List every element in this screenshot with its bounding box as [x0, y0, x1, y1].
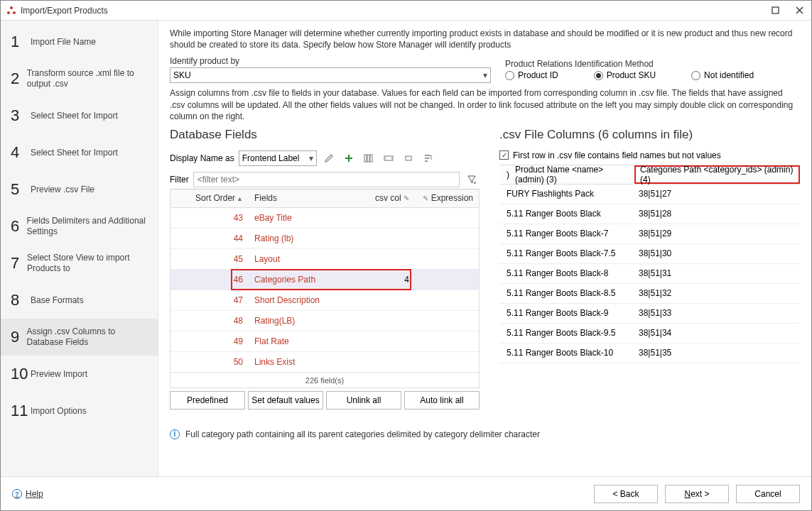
display-name-select[interactable]: Frontend Label ▾ [239, 150, 317, 166]
csv-data-row[interactable]: 5.11 Ranger Boots Black-8.538|51|32 [499, 284, 800, 304]
main-area: 1Import File Name2Transform source .xml … [1, 21, 811, 478]
svg-rect-4 [364, 155, 367, 162]
csv-data-row[interactable]: 5.11 Ranger Boots Black-1038|51|35 [499, 344, 800, 363]
csv-columns-title: .csv File Columns (6 columns in file) [499, 128, 800, 142]
add-icon[interactable] [341, 150, 357, 166]
wizard-step-5[interactable]: 5Preview .csv File [1, 171, 158, 208]
display-name-label: Display Name as [170, 153, 234, 163]
csv-cell-product-name: 5.11 Ranger Boots Black-10 [499, 348, 634, 358]
first-row-label: First row in .csv file contains field na… [513, 150, 721, 160]
cell-sort: 50 [170, 357, 249, 367]
filter-settings-icon[interactable] [421, 150, 436, 166]
wizard-step-3[interactable]: 3Select Sheet for Import [1, 97, 158, 134]
chevron-down-icon: ▾ [483, 70, 487, 80]
intro-text: While importing Store Manager will deter… [170, 28, 800, 50]
step-number: 7 [11, 254, 27, 273]
edit-icon[interactable] [321, 150, 337, 166]
maximize-button[interactable] [763, 1, 787, 21]
info-icon: i [170, 429, 180, 439]
collapse-icon[interactable] [401, 150, 416, 166]
close-button[interactable] [787, 1, 811, 21]
pencil-icon: ✎ [423, 194, 428, 202]
radio-product-sku[interactable]: Product SKU [594, 70, 656, 80]
csv-cell-categories-path: 38|51|35 [634, 348, 800, 358]
filter-input[interactable] [193, 172, 460, 187]
relations-label: Product Relations Identification Method [505, 59, 800, 69]
csv-data-row[interactable]: 5.11 Ranger Boots Black-7.538|51|30 [499, 244, 800, 264]
back-button[interactable]: < Back [594, 485, 658, 503]
wizard-step-6[interactable]: 6Fields Delimiters and Additional Settin… [1, 208, 158, 245]
radio-label: Product SKU [607, 70, 656, 80]
step-number: 1 [11, 33, 31, 51]
svg-rect-6 [370, 155, 372, 162]
radio-product-id[interactable]: Product ID [505, 70, 558, 80]
wizard-step-1[interactable]: 1Import File Name [1, 23, 158, 60]
csv-data-row[interactable]: FURY Flashlights Pack38|51|27 [499, 185, 800, 204]
csv-data-row[interactable]: 5.11 Ranger Boots Black-938|51|33 [499, 304, 800, 324]
cell-field: Short Description [249, 295, 358, 305]
wizard-step-7[interactable]: 7Select Store View to import Products to [1, 245, 158, 282]
wizard-step-2[interactable]: 2Transform source .xml file to output .c… [1, 60, 158, 97]
wizard-step-11[interactable]: 11Import Options [1, 392, 158, 429]
cell-sort: 44 [170, 233, 249, 243]
set-default-values-button[interactable]: Set default values [248, 391, 323, 410]
cell-field: Links Exist [249, 357, 358, 367]
db-field-row[interactable]: 49Flat Rate [170, 331, 479, 352]
db-field-row[interactable]: 44Rating (lb) [170, 229, 479, 249]
cancel-button[interactable]: Cancel [736, 485, 800, 503]
pencil-icon: ✎ [404, 194, 409, 202]
step-label: Fields Delimiters and Additional Setting… [27, 216, 149, 237]
csv-data-row[interactable]: 5.11 Ranger Boots Black-838|51|31 [499, 264, 800, 284]
identify-product-value: SKU [173, 70, 191, 80]
help-label: Help [26, 489, 43, 499]
next-button[interactable]: Next > [665, 485, 729, 503]
radio-not-identified[interactable]: Not identified [691, 70, 754, 80]
identify-product-select[interactable]: SKU ▾ [170, 67, 491, 83]
wizard-step-8[interactable]: 8Base Formats [1, 282, 158, 319]
db-fields-table: Sort Order▲ Fields csv col ✎ ✎ Expressio… [170, 189, 480, 388]
col-sort-order[interactable]: Sort Order▲ [170, 193, 249, 203]
db-field-row[interactable]: 46Categories Path4 [170, 270, 479, 290]
csv-data-row[interactable]: 5.11 Ranger Boots Black-9.538|51|34 [499, 324, 800, 344]
radio-icon [505, 71, 514, 80]
db-field-row[interactable]: 43eBay Title [170, 208, 479, 229]
csv-col-product-name[interactable]: )Product Name <name> (admin) (3) [499, 165, 634, 185]
auto-link-all-button[interactable]: Auto link all [404, 391, 480, 410]
csv-data-row[interactable]: 5.11 Ranger Boots Black-738|51|29 [499, 224, 800, 244]
predefined-button[interactable]: Predefined [170, 391, 245, 410]
sort-asc-icon: ▲ [237, 195, 243, 202]
wizard-step-10[interactable]: 10Preview Import [1, 356, 158, 392]
csv-cell-categories-path: 38|51|32 [634, 288, 800, 298]
csv-cell-categories-path: 38|51|30 [634, 248, 800, 258]
first-row-checkbox[interactable]: ✓ [499, 150, 509, 160]
col-fields[interactable]: Fields [249, 193, 358, 203]
expand-icon[interactable] [381, 150, 396, 166]
step-label: Select Sheet for Import [31, 111, 118, 121]
assign-desc: Assign columns from .csv file to fields … [170, 87, 800, 122]
csv-col-categories-path[interactable]: Categories Path <category_ids> (admin) (… [634, 165, 800, 184]
info-text: Full category path containing all its pa… [185, 429, 540, 439]
db-field-row[interactable]: 47Short Description [170, 290, 479, 311]
csv-data-row[interactable]: 5.11 Ranger Boots Black38|51|28 [499, 204, 800, 224]
csv-cell-product-name: 5.11 Ranger Boots Black-9 [499, 308, 634, 318]
identify-label: Identify product by [170, 56, 491, 66]
first-row-checkbox-row[interactable]: ✓ First row in .csv file contains field … [499, 150, 800, 160]
help-link[interactable]: ? Help [12, 489, 43, 499]
col-csv[interactable]: csv col ✎ [358, 193, 415, 203]
svg-rect-8 [406, 156, 411, 160]
radio-icon [594, 71, 603, 80]
unlink-all-button[interactable]: Unlink all [326, 391, 401, 410]
cell-sort: 49 [170, 336, 249, 346]
clear-filter-icon[interactable] [464, 172, 480, 187]
db-field-row[interactable]: 48Rating(LB) [170, 311, 479, 331]
cell-sort: 43 [170, 213, 249, 223]
db-field-row[interactable]: 45Layout [170, 249, 479, 270]
db-field-row[interactable]: 50Links Exist [170, 352, 479, 373]
wizard-step-4[interactable]: 4Select Sheet for Import [1, 134, 158, 171]
csv-cell-categories-path: 38|51|34 [634, 328, 800, 338]
column-icon-1[interactable] [361, 150, 377, 166]
step-label: Preview .csv File [31, 185, 94, 195]
col-expression[interactable]: ✎ Expression [415, 193, 479, 203]
wizard-step-9[interactable]: 9Assign .csv Columns to Database Fields [1, 319, 158, 356]
csv-cell-categories-path: 38|51|27 [634, 189, 800, 199]
